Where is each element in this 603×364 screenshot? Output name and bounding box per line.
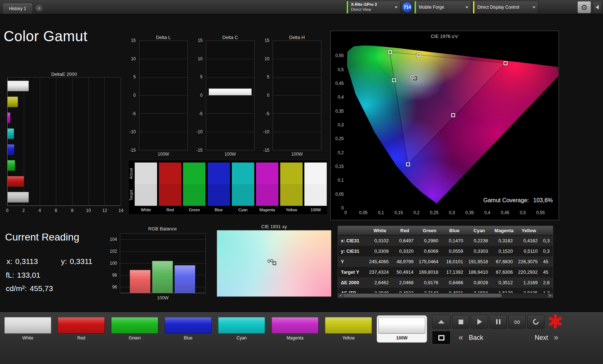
display-control-label: Direct Display Control <box>477 5 519 10</box>
patch-button-green[interactable]: Green <box>110 316 160 342</box>
cie1976-y-tick-label: 0,5 <box>331 67 344 72</box>
table-header-blank <box>541 226 553 235</box>
table-cell: 245,4065 <box>368 259 392 264</box>
patch-window-button[interactable] <box>432 331 451 344</box>
table-header-cyan: Cyan <box>467 226 492 235</box>
table-cell: 186,9410 <box>467 269 492 275</box>
patch-button-yellow[interactable]: Yellow <box>324 316 373 342</box>
actual-row-label: Actual <box>129 163 134 184</box>
continuous-measure-button[interactable]: ∞ <box>508 315 526 329</box>
swatch-white: White <box>135 162 157 213</box>
deltae-gridline <box>72 78 73 205</box>
table-cell: 16,0101 <box>442 259 467 264</box>
deltae-gridline <box>121 78 121 205</box>
table-horizontal-scrollbar[interactable]: ◄ ► <box>338 293 553 298</box>
cie1976-y-tick-label: 0,45 <box>331 81 344 86</box>
patch-button-blue[interactable]: Blue <box>163 316 213 342</box>
top-bar: History 1 + X-Rite i1Pro 3 Direct View 7… <box>0 0 603 14</box>
add-tab-button[interactable]: + <box>35 4 43 12</box>
table-cell: 48,9799 <box>392 259 417 264</box>
swatch-target <box>232 184 254 206</box>
table-header-red: Red <box>392 226 417 235</box>
swatch-actual <box>232 162 254 184</box>
swatch-target <box>256 184 278 206</box>
table-cell: 175,0464 <box>417 259 442 264</box>
meter-dropdown[interactable]: X-Rite i1Pro 3 Direct View <box>346 1 400 14</box>
gear-icon: ⚙ <box>581 4 588 11</box>
patch-button-cyan[interactable]: Cyan <box>217 316 266 342</box>
deltae-bar-white <box>8 81 29 91</box>
back-button[interactable]: « Back <box>452 331 507 344</box>
next-button[interactable]: Next » <box>509 331 563 344</box>
row-label: x: CIE31 <box>338 238 368 243</box>
patch-button-red[interactable]: Red <box>56 316 106 342</box>
pause-button[interactable] <box>490 315 507 329</box>
rgb-y-tick-label: 104 <box>110 237 117 242</box>
delta-y-tick-label: 0 <box>200 93 203 98</box>
table-cell: 45 <box>541 259 553 264</box>
patch-button-magenta[interactable]: Magenta <box>270 316 320 342</box>
rgb-gridline <box>120 239 205 240</box>
patch-label: Red <box>58 335 105 341</box>
delta-y-tick-label: 5 <box>267 74 269 79</box>
patch-button-100w[interactable]: 100W <box>377 316 427 342</box>
swatch-label: Green <box>183 206 205 213</box>
play-button[interactable] <box>471 315 488 329</box>
table-cell: 226,3075 <box>516 259 541 264</box>
back-button-label: Back <box>469 334 483 342</box>
rgb-y-tick-label: 100 <box>110 261 117 266</box>
tab-history[interactable]: History 1 <box>2 3 33 14</box>
scroll-right-arrow[interactable]: ► <box>548 293 553 298</box>
display-control-dropdown[interactable]: Direct Display Control <box>473 1 538 14</box>
patch-color <box>272 317 318 334</box>
deltae-x-tick-label: 14 <box>118 208 123 213</box>
table-cell: 0,4162 <box>516 238 541 243</box>
cie1976-x-tick-label: 0,55 <box>536 210 545 215</box>
delta-y-tick-label: 0 <box>133 93 136 98</box>
deltae-bar-magenta <box>8 112 10 123</box>
results-table-body: x: CIE310,31020,64970,29800,14700,22380,… <box>338 235 553 298</box>
table-cell: 220,2932 <box>516 269 541 275</box>
table-cell: 67,6306 <box>492 269 517 275</box>
table-header-blue: Blue <box>442 226 467 235</box>
delta-gridline <box>139 95 187 96</box>
current-fl-value: 133,01 <box>17 271 40 280</box>
rgb-balance-y-axis: 1041021009896 <box>106 233 118 293</box>
cie1976-y-tick-label: 0 <box>331 205 344 211</box>
current-reading-xy: x: 0,3113 y: 0,3311 <box>6 257 92 266</box>
patch-options-button[interactable] <box>432 315 451 329</box>
patch-button-white[interactable]: White <box>3 316 53 342</box>
cie1931-target-marker <box>273 261 276 265</box>
row-label: Target Y <box>338 269 368 275</box>
swatch-label: White <box>135 206 157 213</box>
row-label: Y <box>338 259 368 264</box>
collapse-panel-button[interactable] <box>593 1 602 13</box>
swatch-green: Green <box>183 162 205 213</box>
scroll-thumb[interactable] <box>343 294 502 297</box>
cie1931-plot <box>217 230 331 297</box>
current-reading-cd: cd/m²: 455,73 <box>6 284 53 293</box>
chevron-right-icon: » <box>554 334 558 342</box>
delta-y-tick-label: 15 <box>265 38 269 43</box>
pattern-source-label: Mobile Forge <box>419 5 444 10</box>
pattern-source-dropdown[interactable]: Mobile Forge <box>414 1 471 14</box>
swatch-actual <box>256 162 278 184</box>
infinity-icon: ∞ <box>514 318 520 325</box>
swatch-100w: 100W <box>304 162 327 213</box>
delta-gridline <box>273 59 321 59</box>
delta-y-tick-label: 10 <box>198 56 203 61</box>
table-cell: 0,6069 <box>417 248 442 254</box>
gamut-coverage: Gamut Coverage:103,6% <box>483 197 553 204</box>
current-fl-label: fL: <box>6 271 14 280</box>
next-button-label: Next <box>535 334 548 342</box>
scroll-left-arrow[interactable]: ◄ <box>338 293 343 298</box>
stop-button[interactable] <box>452 315 469 329</box>
results-table-header: WhiteRedGreenBlueCyanMagentaYellow <box>338 226 553 235</box>
single-measure-button[interactable] <box>527 315 545 329</box>
patch-color <box>58 317 105 334</box>
cie1976-panel: CIE 1976 u'v' <box>330 31 559 220</box>
deltae-bar-blue <box>8 144 14 155</box>
settings-button[interactable]: ⚙ <box>577 1 591 13</box>
deltae-x-tick-label: 10 <box>86 208 91 213</box>
deltae-chart-title: DeltaE 2000 <box>7 72 121 77</box>
